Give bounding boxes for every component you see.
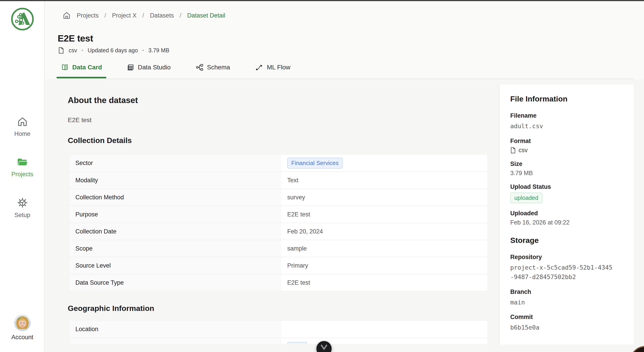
field-label: Filename [510,112,625,119]
sidebar-item-setup[interactable]: Setup [0,197,45,219]
schema-icon [196,64,204,71]
tab-label: Data Card [72,64,102,71]
sidebar-item-account[interactable]: Account [0,314,45,341]
page-title: E2E test [58,33,93,44]
file-icon [510,147,516,154]
field-branch: Branch main [510,288,625,307]
breadcrumb-item-current: Dataset Detail [187,12,225,19]
row-label: Purpose [69,206,282,223]
flow-arrow-icon [255,64,263,71]
sidebar-item-label: Account [12,334,34,341]
tab-label: Data Studio [138,64,170,71]
table-row: Sector Financial Services [69,154,488,172]
sidebar-item-home[interactable]: Home [0,117,45,137]
breadcrumb: Projects / Project X / Datasets / Datase… [62,11,225,20]
sidebar-item-projects[interactable]: Projects [0,157,45,178]
company-logo[interactable] [11,8,34,31]
home-icon [17,117,28,127]
dataset-meta: csv • Updated 6 days ago • 3.79 MB [58,47,169,54]
table-row: Location [69,320,488,338]
panel-heading-storage: Storage [510,236,625,245]
tab-bar: Data Card Data Studio Schema [56,64,295,77]
country-badge[interactable] [287,342,307,344]
file-info-panel: File Information Filename adult.csv Form… [499,85,634,344]
row-value: sample [282,240,488,257]
tab-data-card[interactable]: Data Card [56,64,106,77]
field-label: Size [510,161,625,167]
sidebar-item-label: Projects [12,171,34,178]
row-label: Source Level [69,257,282,274]
tab-data-studio[interactable]: Data Studio [122,64,175,77]
row-label: Country [69,338,282,344]
row-value: E2E test [282,274,488,291]
section-heading-geographic: Geographic Information [68,304,154,313]
table-row: Source Level Primary [69,257,488,274]
field-value: csv [518,147,528,154]
table-icon [127,64,134,71]
file-type: csv [69,47,77,54]
row-value: Feb 20, 2024 [282,223,488,240]
field-value: b6b15e0a [510,323,625,332]
row-label: Data Source Type [69,274,282,291]
field-upload-status: Upload Status uploaded [510,183,625,203]
table-row: Collection Method survey [69,189,488,206]
row-value: Primary [282,257,488,274]
book-open-icon [61,64,69,71]
field-commit: Commit b6b15e0a [510,314,625,332]
row-label: Sector [69,154,282,172]
breadcrumb-separator: / [104,12,106,19]
meta-dot: • [82,48,83,53]
field-label: Commit [510,314,625,320]
tab-schema[interactable]: Schema [192,64,235,77]
meta-dot: • [142,48,144,53]
row-label: Collection Date [69,223,282,240]
row-value: E2E test [282,206,488,223]
field-filename: Filename adult.csv [510,112,625,131]
breadcrumb-item[interactable]: Projects [77,12,99,19]
home-icon[interactable] [62,11,71,20]
page-header: Projects / Project X / Datasets / Datase… [45,1,644,79]
table-row-partial: Country [69,338,488,344]
window-top-edge [0,0,644,1]
tab-label: ML Flow [267,64,290,71]
field-label: Upload Status [510,183,625,190]
table-row: Collection Date Feb 20, 2024 [69,223,488,240]
dataset-description: E2E test [68,117,92,124]
table-row: Modality Text [69,172,488,189]
section-heading-about: About the dataset [68,96,138,105]
field-value: project-x-5c5cad59-52b1-4345-9487-d28457… [510,263,616,282]
sector-badge[interactable]: Financial Services [287,158,343,169]
row-value [282,320,488,338]
field-value: Feb 16, 2026 at 09:22 [510,219,625,226]
file-size: 3.79 MB [148,47,169,54]
updated-text: Updated 6 days ago [88,47,138,54]
sidebar-item-label: Setup [14,212,30,219]
folder-icon [17,157,28,167]
field-label: Uploaded [510,210,625,217]
field-size: Size 3.79 MB [510,161,625,177]
row-value: Text [282,172,488,189]
field-repository: Repository project-x-5c5cad59-52b1-4345-… [510,254,625,282]
breadcrumb-separator: / [142,12,144,19]
field-label: Branch [510,288,625,295]
chevron-down-icon [320,344,328,351]
section-heading-collection-details: Collection Details [68,136,132,145]
table-row: Data Source Type E2E test [69,274,488,291]
table-row: Scope sample [69,240,488,257]
row-label: Collection Method [69,189,282,206]
field-format: Format csv [510,138,625,154]
field-value: 3.79 MB [510,170,625,177]
breadcrumb-item[interactable]: Datasets [150,12,174,19]
panel-heading-file-information: File Information [510,95,625,103]
sidebar-item-label: Home [14,130,30,137]
breadcrumb-separator: / [180,12,182,19]
tab-ml-flow[interactable]: ML Flow [251,64,295,77]
breadcrumb-item[interactable]: Project X [112,12,137,19]
field-label: Repository [510,254,625,261]
field-label: Format [510,138,625,145]
row-label: Modality [69,172,282,189]
field-uploaded: Uploaded Feb 16, 2026 at 09:22 [510,210,625,226]
file-icon [58,47,64,54]
sidebar: Home Projects Setup [0,1,45,352]
geographic-information-table: Location Country [69,320,488,344]
